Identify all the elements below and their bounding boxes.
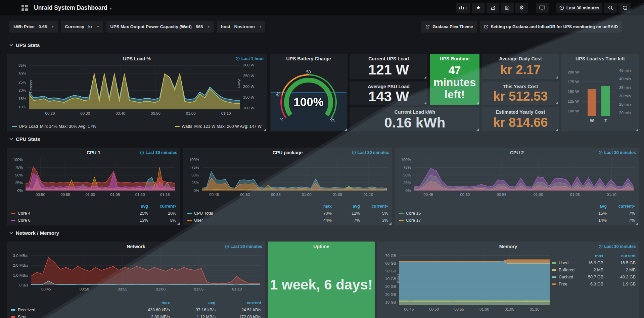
star-icon: ★ <box>476 5 481 10</box>
chart-plot[interactable] <box>29 63 240 109</box>
chevron-down-icon: ▾ <box>110 6 112 11</box>
panel-ups-battery-charge: UPS Battery Charge 50 0 20 100 100% <box>270 54 348 131</box>
legend-item[interactable]: Cached <box>552 275 571 279</box>
gauge-label: 0 <box>279 117 284 121</box>
legend-item[interactable]: CPU Total <box>187 211 304 216</box>
legend-swatch <box>552 269 556 271</box>
add-panel-icon: + <box>459 6 467 9</box>
axis-tick: 01:10 <box>364 193 373 197</box>
legend-sort-header[interactable]: current <box>605 254 636 258</box>
panel-time-range[interactable]: Last 30 minutes <box>140 150 177 155</box>
save-icon <box>505 5 510 10</box>
legend-sort-header[interactable]: avg <box>171 301 216 305</box>
legend-item[interactable]: User <box>187 218 304 223</box>
axis-tick: 100 W <box>568 109 579 113</box>
share-button[interactable] <box>487 3 499 13</box>
legend-sort-header[interactable]: current <box>217 301 261 305</box>
legend-item[interactable]: WattsMin: 121 W Max: 260 W Avg: 147 W <box>175 124 262 129</box>
navbar-actions: + ★ ⚙ Last 30 minutes <box>456 3 644 13</box>
axis-tick: 200 W <box>243 85 254 89</box>
axis-tick: 01:05 <box>505 307 514 311</box>
chart-plot[interactable] <box>399 252 550 305</box>
legend-sort-header[interactable]: current▾ <box>361 204 388 209</box>
link-grafana-plex-theme[interactable]: Grafana Plex Theme <box>421 21 477 33</box>
panel-estimated-yearly-cost: Estimated Yearly Cost kr 814.66 <box>482 107 559 131</box>
add-panel-button[interactable]: + <box>456 3 470 13</box>
legend-sort-header[interactable]: avg <box>580 204 607 209</box>
panel-time-range[interactable]: Last 30 minutes <box>599 150 636 155</box>
variable-ups-max-output[interactable]: UPS Max Output Power Capacity (Watt) 865… <box>106 21 214 33</box>
legend-sort-header[interactable]: current▾ <box>149 204 176 209</box>
clock-icon <box>559 5 564 10</box>
star-button[interactable]: ★ <box>472 3 485 13</box>
chart-plot[interactable] <box>582 67 616 116</box>
panel-time-range[interactable]: Last 30 minutes <box>599 244 636 249</box>
legend-item[interactable]: Sent <box>11 315 124 318</box>
legend-item[interactable]: Core 17 <box>399 218 579 223</box>
legend-sort-header[interactable]: max <box>126 301 170 305</box>
link-grafana-influxdb-guide[interactable]: Setting up Grafana and InfluxDB for UPS … <box>480 21 622 33</box>
submenu-bar: kWh Price 0.65 ▾ Currency kr ▾ UPS Max O… <box>0 21 644 33</box>
settings-button[interactable]: ⚙ <box>515 3 528 13</box>
chart-plot[interactable] <box>414 158 634 191</box>
axis-tick: 00:55 <box>271 193 281 197</box>
chart-plot[interactable] <box>31 252 260 285</box>
axis-tick: 01:00 <box>156 287 166 291</box>
legend-value: 7% <box>608 211 635 216</box>
legend-value: 5% <box>361 211 388 216</box>
legend-sort-header[interactable]: max <box>305 204 332 209</box>
panel-time-range[interactable]: Last 30 minutes <box>352 150 389 155</box>
chart-plot[interactable] <box>202 158 387 191</box>
pan el-title[interactable]: UPS Battery Charge <box>270 56 348 61</box>
axis-tick: 00:50 <box>36 193 45 197</box>
legend-item[interactable]: Used <box>552 261 571 265</box>
axis-tick: 25% <box>18 80 26 84</box>
zoom-out-button[interactable] <box>604 3 617 13</box>
monitor-icon <box>539 5 545 10</box>
legend-item[interactable]: Core 16 <box>399 211 579 216</box>
panel-cpu2-graph: CPU 2 Last 30 minutes 100%75%50%25%0%00:… <box>395 148 639 225</box>
section-network-memory[interactable]: Network / Memory <box>9 230 59 236</box>
legend-item[interactable]: Core 4 <box>11 211 120 216</box>
variable-host[interactable]: host Nostromo ▾ <box>217 21 265 33</box>
legend-sort-header[interactable]: avg <box>121 204 148 209</box>
legend-value: 16.9 GB <box>572 261 603 265</box>
axis-tick: 25% <box>191 181 199 185</box>
panel-time-range[interactable]: Last 1 hour <box>236 56 264 61</box>
legend-item[interactable]: UPS LoadMin: 14% Max: 30% Avg: 17% <box>12 124 96 129</box>
legend-value: 20% <box>149 211 176 216</box>
legend-item[interactable]: Core 6 <box>11 218 120 223</box>
legend-item[interactable]: Free <box>552 282 571 286</box>
axis-tick: 0% <box>193 189 199 193</box>
legend-sort-header[interactable]: current▾ <box>608 204 635 209</box>
dashboard-title[interactable]: Unraid System Dashboard▾ <box>34 4 112 11</box>
bar-T[interactable] <box>601 86 610 116</box>
axis-tick: 50 GB <box>385 269 396 273</box>
dashboard-grid-icon[interactable] <box>21 5 28 11</box>
legend-swatch <box>187 213 192 214</box>
time-range-picker[interactable]: Last 30 minutes <box>556 3 602 13</box>
axis-tick: 01:00 <box>302 193 312 197</box>
axis-tick: 01:05 <box>333 193 342 197</box>
panel-title[interactable]: UPS Load % <box>7 56 267 61</box>
axis-tick: 75% <box>15 165 23 169</box>
legend-item[interactable]: Buffered <box>552 268 571 272</box>
panel-title[interactable]: UPS Load vs Time left <box>561 56 639 61</box>
bar-W[interactable] <box>588 89 597 116</box>
cycle-view-button[interactable] <box>536 3 549 13</box>
legend-sort-header[interactable]: avg <box>333 204 360 209</box>
variable-currency[interactable]: Currency kr ▾ <box>61 21 103 33</box>
axis-tick: 01:10 <box>232 287 242 291</box>
variable-kwh-price[interactable]: kWh Price 0.65 ▾ <box>9 21 58 33</box>
legend-value: 37.16 kB/s <box>171 308 216 312</box>
chart-plot[interactable] <box>26 158 175 191</box>
refresh-button[interactable] <box>618 3 631 13</box>
section-cpu-stats[interactable]: CPU Stats <box>9 136 40 142</box>
panel-time-range[interactable]: Last 30 minutes <box>225 244 262 249</box>
axis-tick: 01:10 <box>530 307 540 311</box>
save-button[interactable] <box>501 3 514 13</box>
section-ups-stats[interactable]: UPS Stats <box>9 42 40 48</box>
axis-tick: 30 min <box>619 94 631 98</box>
legend-item[interactable]: Received <box>11 308 124 312</box>
legend-sort-header[interactable]: max <box>572 254 603 258</box>
